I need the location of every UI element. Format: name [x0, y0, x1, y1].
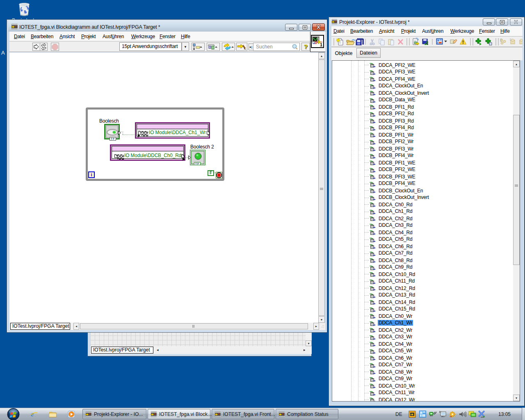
svg-text:1: 1 — [320, 42, 322, 47]
